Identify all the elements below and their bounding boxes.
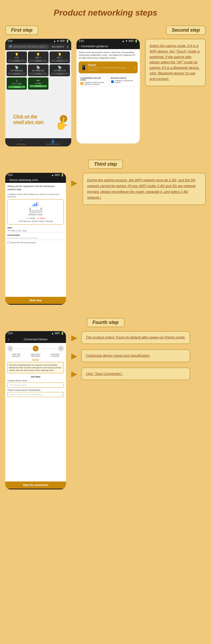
- temp-btn[interactable]: Control: [8, 86, 25, 88]
- remember-checkbox[interactable]: [7, 241, 10, 244]
- device-card-temp[interactable]: 🌡 26.0°C 温热 Control: [7, 77, 27, 90]
- first-phone-search-bar[interactable]: 🔍 Please enter the device name...: [7, 45, 49, 49]
- bulb-name: 灯泡: [8, 56, 26, 59]
- fourth-step-section: Fourth step 3:54 ▲ WiFi 🔋 ‹ Connected De…: [5, 318, 206, 489]
- band-24-label: ✓ 2.4GHz: [26, 217, 35, 220]
- guidance-header: ‹ Connection guidance: [76, 43, 140, 49]
- first-step-phone: 3:54 ▲ ▼ WiFi 🔋 🔍 Please enter the devic…: [5, 39, 71, 146]
- guidance-body: Please check the product manual, select …: [76, 49, 140, 91]
- wifi-green-icon: 📡: [29, 66, 47, 69]
- config-label: Configure which WiFi network you need to…: [7, 193, 64, 198]
- wifi-blue-btn[interactable]: Control: [8, 73, 26, 75]
- first-phone-screen: 🔍 Please enter the device name... 301-ro…: [5, 43, 71, 138]
- step-label-1: Enter WiFi password: [8, 353, 24, 357]
- signal-bar-1: [33, 205, 34, 206]
- search-icon: 🔍: [9, 45, 12, 48]
- device-card-wifi-green[interactable]: 📡 Wi-Fi射频-绿色 Control: [28, 64, 48, 76]
- fourth-phone-screen: ‹ Connected Device 1 2 3 Enter WiFi pass…: [5, 336, 66, 489]
- router-diagram: Wireless router: [10, 202, 61, 216]
- device-card-light2[interactable]: 💡 电灯 2 Control: [50, 51, 70, 63]
- step-labels: Enter WiFi password Input device informa…: [5, 353, 66, 358]
- step-indicator-1: 1: [7, 346, 13, 351]
- bulb-icon: 💡: [8, 53, 26, 56]
- second-step-instruction: Select the pairing mode. If it is a WIFI…: [145, 39, 206, 86]
- touch-subtitle: It is suitable for most of sinlink ecolo…: [88, 66, 135, 71]
- compat-bt-card[interactable]: Bluetooth devices 🔵 Suitable For Bluetoo…: [109, 75, 138, 87]
- wifi-green-btn[interactable]: Control: [29, 73, 47, 75]
- classify-section: Please choose device classification Plea…: [7, 389, 64, 397]
- light1-name: 电灯 1: [29, 56, 47, 59]
- fourth-instruction-text-1: The product enters Touch by default afte…: [86, 335, 186, 339]
- classify-placeholder: Please choose device classification: [9, 393, 42, 396]
- net-conf-title: Device networking confi...: [9, 179, 40, 182]
- xywbt-btn[interactable]: Control: [30, 85, 47, 87]
- third-step-arrow: ▶: [71, 178, 77, 187]
- guidance-title: Connection guidance: [81, 45, 108, 48]
- wifi-blue-icon: 📡: [8, 66, 26, 69]
- fourth-step-label: Fourth step: [87, 318, 124, 327]
- start-connection-button[interactable]: Start the connection: [5, 481, 66, 489]
- personal-nav-icon: 👤: [46, 140, 60, 143]
- signal-bar-3: [36, 203, 37, 206]
- password-field: PASSWORD: Please enter the WiFi password: [7, 234, 64, 240]
- third-step-header: Third step: [5, 160, 206, 169]
- light2-control-btn[interactable]: Control: [51, 60, 69, 62]
- nav-my-device[interactable]: 📱 My Device: [17, 140, 26, 145]
- room-selector[interactable]: 301-room ▾: [50, 45, 65, 49]
- first-second-content: 3:54 ▲ ▼ WiFi 🔋 🔍 Please enter the devic…: [5, 39, 206, 146]
- remember-wifi-row[interactable]: Remember WiFi and password: [7, 241, 64, 244]
- fourth-phone-wrapper: 3:54 ▲ WiFi 🔋 ‹ Connected Device 1 2 3: [5, 331, 206, 489]
- wifi-green-name: Wi-Fi射频-绿色: [29, 69, 47, 72]
- page-title: Product networking steps: [5, 8, 206, 18]
- wifi-field-label: WIFI:: [7, 227, 64, 229]
- third-phone-time: 3:54: [7, 174, 12, 176]
- fourth-arrow-1: ▶: [71, 333, 77, 342]
- wifi-error-note: If WiFi get error, please modify it manu…: [10, 220, 61, 222]
- device-card-wifi-blue[interactable]: 📡 Wi-Fi射频-蓝色 Control: [7, 64, 27, 76]
- signal-bars: [33, 202, 39, 206]
- conn-dev-back[interactable]: ‹: [8, 337, 9, 341]
- step-label-3: Connection completed: [47, 353, 63, 357]
- fourth-instruction-3: Click "Start Connection".: [81, 368, 190, 380]
- fourth-instruction-text-2: Customize device name and classification…: [86, 354, 150, 357]
- trash-icon[interactable]: 🗑: [66, 45, 69, 48]
- third-step-content: 3:54 ▲ WiFi 🔋 ‹ Device networking confi.…: [5, 173, 206, 305]
- step-label-2: Input device information: [28, 353, 44, 357]
- device-card-bulb[interactable]: 💡 灯泡 Control: [7, 51, 27, 63]
- third-step-section: Third step 3:54 ▲ WiFi 🔋 ‹ Device networ…: [5, 160, 206, 305]
- compat-ap-card[interactable]: Compatibility mode (AP mode) 📶 Suitable …: [79, 75, 107, 87]
- router-body: [29, 210, 42, 213]
- conn-dev-title: Connected Device: [24, 338, 47, 341]
- device-card-xywbt[interactable]: 📟 XY-WBT Control: [28, 77, 48, 90]
- touch-card[interactable]: 📱 Touch It is suitable for most of sinli…: [79, 61, 138, 73]
- compat-ap-item: 📶 Suitable for WiFi module manual connec…: [80, 82, 106, 85]
- classify-select[interactable]: Please choose device classification ▾: [7, 392, 64, 397]
- guidance-back-arrow[interactable]: ‹: [79, 45, 80, 48]
- fourth-instruction-row-1: ▶ The product enters Touch by default af…: [71, 331, 190, 344]
- touch-card-left: 📱 Touch It is suitable for most of sinli…: [81, 64, 135, 71]
- light1-control-btn[interactable]: Control: [29, 60, 47, 62]
- pairing-instruction: Press the matching button for a long tim…: [7, 362, 64, 373]
- bulb-control-btn[interactable]: Control: [8, 60, 26, 62]
- second-step-label: Second step: [166, 26, 206, 35]
- wifi-white-name: Wi-Fi射频-白色: [51, 69, 69, 72]
- nav-my-device-label: My Device: [17, 143, 26, 145]
- password-value[interactable]: Please enter the WiFi password: [7, 236, 64, 240]
- nav-personal-center[interactable]: 👤 Personal Center: [46, 140, 60, 145]
- first-phone-search-area: 🔍 Please enter the device name... 301-ro…: [5, 43, 71, 50]
- custom-name-input[interactable]: Input device name: [7, 383, 64, 388]
- wifi-white-icon: 📡: [51, 66, 69, 69]
- next-step-button[interactable]: Next step: [5, 297, 66, 304]
- third-instruction-text: During the pairing process, the WIFI net…: [87, 178, 196, 199]
- explain-link[interactable]: Explain: [5, 358, 66, 361]
- wifi-field-value: TP-LINK_2.4G_xinyi: [7, 229, 64, 233]
- wifi-white-btn[interactable]: Control: [51, 73, 69, 75]
- device-card-light1[interactable]: 💡 电灯 1 Control: [28, 51, 48, 63]
- second-phone-screen: ‹ Connection guidance Please check the p…: [76, 43, 140, 144]
- wifi-blue-name: Wi-Fi射频-蓝色: [8, 69, 26, 72]
- classify-label: Please choose device classification: [7, 389, 64, 391]
- fourth-step-phone: 3:54 ▲ WiFi 🔋 ‹ Connected Device 1 2 3: [5, 331, 66, 489]
- fourth-instruction-1: The product enters Touch by default afte…: [81, 331, 190, 344]
- device-card-wifi-white[interactable]: 📡 Wi-Fi射频-白色 Control: [50, 64, 70, 76]
- net-conf-back[interactable]: ‹: [7, 179, 8, 182]
